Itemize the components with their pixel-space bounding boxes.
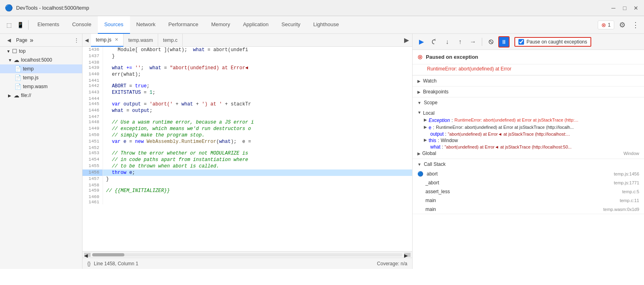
- step-button[interactable]: →: [467, 36, 479, 48]
- watch-label: Watch: [423, 78, 437, 84]
- debugger-toolbar: ▶ ↓ ↑ → ⏸ Pause on caught exceptions: [413, 34, 644, 50]
- tree-icon-localhost: ☁: [14, 57, 19, 63]
- sidebar-nav-back[interactable]: ◀: [3, 35, 14, 46]
- tab-memory[interactable]: Memory: [205, 16, 237, 34]
- tree-item-top[interactable]: ▼ ☐ top: [0, 47, 82, 56]
- right-panel-scroll[interactable]: ⊗ Paused on exception RuntimeError: abor…: [413, 50, 644, 269]
- callstack-label: Call Stack: [424, 161, 446, 167]
- sidebar-header: ◀ Page » ⋮: [0, 34, 82, 47]
- scope-this-row[interactable]: ▶ this : Window: [424, 137, 639, 144]
- tab-lighthouse[interactable]: Lighthouse: [307, 16, 345, 34]
- sidebar-header-label: Page: [16, 37, 27, 43]
- sidebar-expand-icon[interactable]: »: [29, 37, 34, 44]
- callstack-main2[interactable]: main temp.wasm:0x1d9: [413, 205, 644, 214]
- code-line-1459: 1459 // {{MEM_INITIALIZER}}: [83, 188, 412, 194]
- scope-local-header[interactable]: ▼ Local: [417, 109, 639, 117]
- more-button[interactable]: ⋮: [630, 19, 641, 31]
- callstack-main2-name: main: [425, 207, 436, 212]
- tab-performance[interactable]: Performance: [162, 16, 204, 34]
- scope-arrow: ▼: [417, 101, 421, 105]
- scope-exception-row[interactable]: ▶ Exception : RuntimeError: abort(undefi…: [424, 117, 639, 124]
- device-icon[interactable]: 📱: [14, 19, 26, 31]
- scope-section: ▼ Scope ▼ Local ▶ Exception : Runt: [413, 97, 644, 159]
- breakpoints-header[interactable]: ▶ Breakpoints: [413, 87, 644, 97]
- tree-arrow-file: ▶: [8, 93, 12, 98]
- code-line-1453: 1453 // Throw the error whether or not M…: [83, 150, 412, 157]
- settings-button[interactable]: ⚙: [617, 19, 627, 31]
- format-icon[interactable]: {}: [87, 261, 91, 266]
- tab-security[interactable]: Security: [275, 16, 307, 34]
- tab-sources[interactable]: Sources: [98, 16, 130, 34]
- file-tab-tempwasm[interactable]: temp.wasm: [124, 34, 158, 47]
- scroll-right-btn[interactable]: ▶: [404, 253, 411, 257]
- callstack-arrow: ▼: [417, 162, 421, 167]
- pause-caught-exceptions-checkbox[interactable]: [518, 39, 524, 45]
- pause-exceptions-toggle[interactable]: ⏸: [498, 36, 510, 48]
- callstack-_abort[interactable]: _abort temp.js:1771: [413, 178, 644, 187]
- callstack-assert-less[interactable]: assert_less temp.c:5: [413, 187, 644, 196]
- tree-item-tempwasm[interactable]: 📄 temp.wasm: [0, 82, 82, 91]
- inspect-icon[interactable]: ⬚: [3, 19, 14, 31]
- callstack-section: ▼ Call Stack 🔵 abort temp.js:1456: [413, 159, 644, 214]
- file-tab-tempjs[interactable]: temp.js ✕: [91, 34, 124, 47]
- callstack-main2-loc: temp.wasm:0x1d9: [603, 207, 639, 212]
- file-tab-more[interactable]: ▶: [401, 36, 412, 44]
- code-content[interactable]: 1436 Module[ onAbort ](what); what = abo…: [83, 47, 412, 251]
- tree-item-file[interactable]: ▶ ☁ file://: [0, 91, 82, 100]
- code-line-1437: 1437 }: [83, 53, 412, 60]
- code-line-1447: 1447: [83, 114, 412, 119]
- tree-label-file: file://: [21, 93, 31, 98]
- tab-network[interactable]: Network: [130, 16, 162, 34]
- step-into-button[interactable]: ↓: [442, 36, 453, 48]
- close-button[interactable]: ✕: [633, 5, 639, 11]
- code-line-1451: 1451 var e = new WebAssembly.RuntimeErro…: [83, 138, 412, 145]
- code-line-1452: 1452: [83, 145, 412, 150]
- code-line-1442: 1442 ABORT = true;: [83, 83, 412, 89]
- tab-console[interactable]: Console: [66, 16, 98, 34]
- title-bar: 🔵 DevTools - localhost:5000/temp ─ □ ✕: [0, 0, 644, 16]
- step-over-button[interactable]: [429, 36, 440, 48]
- scope-exception-sep: :: [452, 118, 453, 123]
- file-tab-tempc[interactable]: temp.c: [158, 34, 183, 47]
- code-line-1439: 1439 what += ''; what = "abort(undefined…: [83, 65, 412, 71]
- scroll-thumb[interactable]: [92, 253, 124, 256]
- right-panel: ▶ ↓ ↑ → ⏸ Pause on caught exceptions ⊗: [413, 34, 644, 269]
- minimize-button[interactable]: ─: [610, 5, 617, 11]
- horizontal-scrollbar[interactable]: ◀ ▶: [83, 251, 412, 258]
- maximize-button[interactable]: □: [621, 5, 628, 11]
- code-line-1449: 1449 // exception, which means we'd run …: [83, 126, 412, 132]
- resume-button[interactable]: ▶: [416, 36, 427, 48]
- scope-output-val: "abort(undefined) at Error◄ at jsStackTr…: [448, 132, 570, 136]
- error-badge[interactable]: ⊗ 1: [598, 21, 614, 29]
- tree-item-localhost[interactable]: ▼ ☁ localhost:5000: [0, 56, 82, 64]
- code-line-1438: 1438: [83, 60, 412, 65]
- deactivate-breakpoints-button[interactable]: [485, 36, 497, 48]
- tree-icon-file: ☁: [14, 92, 19, 99]
- scope-e-row[interactable]: ▶ e : RuntimeError: abort(undefined) at …: [424, 124, 639, 131]
- scope-what-key: what: [430, 144, 440, 150]
- callstack-content: 🔵 abort temp.js:1456 _abort temp.js:1771: [413, 169, 644, 214]
- scope-e-key: e: [429, 125, 431, 130]
- callstack-main1[interactable]: main temp.c:11: [413, 196, 644, 205]
- code-line-1448: 1448 // Use a wasm runtime error, becaus…: [83, 119, 412, 126]
- watch-header[interactable]: ▶ Watch: [413, 76, 644, 86]
- tab-application[interactable]: Application: [237, 16, 275, 34]
- tree-item-temp[interactable]: 📄 temp: [0, 64, 82, 73]
- callstack-header[interactable]: ▼ Call Stack: [413, 159, 644, 169]
- step-out-button[interactable]: ↑: [454, 36, 466, 48]
- tree-label-top: top: [19, 48, 26, 54]
- sidebar-more-icon[interactable]: ⋮: [74, 37, 79, 43]
- code-line-1446: 1446 what = output;: [83, 107, 412, 114]
- tab-elements[interactable]: Elements: [31, 16, 66, 34]
- scope-global-row[interactable]: ▶ Global Window: [417, 150, 639, 157]
- code-line-1444: 1444: [83, 96, 412, 101]
- file-tab-nav-left[interactable]: ◀: [83, 37, 91, 43]
- code-line-1436: 1436 Module[ onAbort ](what); what = abo…: [83, 47, 412, 53]
- callstack-assert-name: assert_less: [425, 189, 450, 194]
- file-tab-tempjs-close[interactable]: ✕: [115, 37, 118, 42]
- callstack-abort[interactable]: 🔵 abort temp.js:1456: [413, 169, 644, 178]
- tree-item-tempjs[interactable]: 📄 temp.js: [0, 73, 82, 82]
- tree-arrow-top: ▼: [6, 49, 10, 54]
- scope-header[interactable]: ▼ Scope: [413, 97, 644, 108]
- scroll-left-btn[interactable]: ◀: [84, 253, 91, 257]
